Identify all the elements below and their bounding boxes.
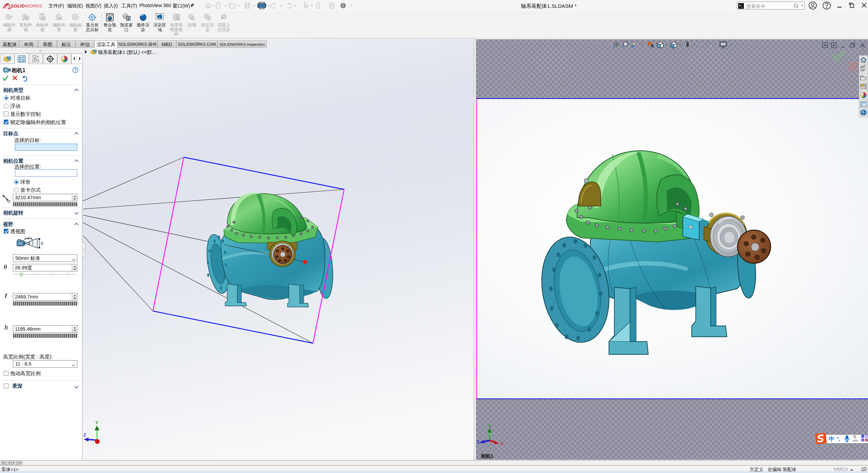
svg-text:Z: Z — [477, 439, 479, 445]
svg-text:°,: °, — [837, 436, 840, 442]
svg-text:Z: Z — [83, 432, 86, 437]
svg-text:轴系装配体1 (默认) <<默...: 轴系装配体1 (默认) <<默... — [98, 49, 156, 55]
svg-text:SOLIDWORKS: SOLIDWORKS — [11, 3, 42, 8]
svg-text:A: A — [651, 43, 654, 48]
svg-text:θ: θ — [28, 241, 30, 246]
svg-text:中: 中 — [829, 436, 834, 442]
svg-text:9: 9 — [856, 439, 858, 443]
svg-text:X: X — [500, 441, 504, 446]
svg-text:h: h — [41, 241, 43, 246]
svg-text:ℓ: ℓ — [27, 235, 29, 241]
svg-text:?: ? — [74, 68, 77, 73]
svg-text:Y: Y — [95, 420, 98, 425]
